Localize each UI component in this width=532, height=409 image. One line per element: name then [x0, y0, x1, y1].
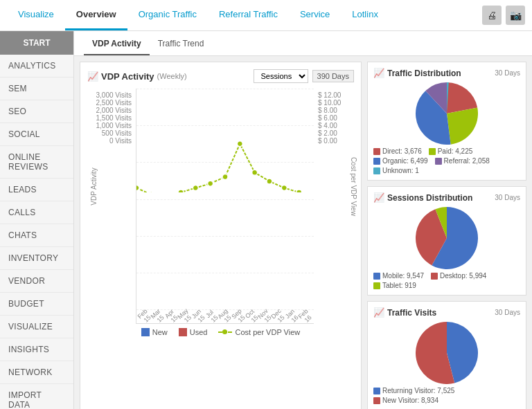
- legend-new-label: New: [152, 328, 168, 336]
- sidebar-item-vendor[interactable]: VENDOR: [0, 270, 73, 293]
- print-icon[interactable]: 🖨: [482, 6, 502, 25]
- top-nav-tab-referral-traffic[interactable]: Referral Traffic: [208, 0, 289, 30]
- sessions-select[interactable]: Sessions: [254, 69, 308, 83]
- pie-legend-item: Tablet: 919: [373, 282, 416, 289]
- right-panels: 📈 Traffic Distribution 30 Days Direct: 3…: [367, 62, 526, 409]
- sidebar-item-seo[interactable]: SEO: [0, 100, 73, 123]
- pie-dot: [429, 148, 436, 155]
- bars-area: Feb 15Mar 15Apr 15May 15Jun 15Jul 15Aug …: [136, 89, 314, 324]
- sidebar-item-online-reviews[interactable]: ONLINE REVIEWS: [0, 146, 73, 179]
- sub-tab-traffic-trend[interactable]: Traffic Trend: [150, 39, 213, 55]
- y-left-label-item: 3,000 Visits: [96, 91, 132, 99]
- traffic-visits-svg: [416, 322, 478, 384]
- sidebar-item-analytics[interactable]: ANALYTICS: [0, 55, 73, 78]
- y-left-label-item: 1,000 Visits: [96, 122, 132, 129]
- main-layout: START ANALYTICSSEMSEOSOCIALONLINE REVIEW…: [0, 31, 532, 409]
- bar-group: [233, 89, 244, 309]
- bar-group: [286, 89, 297, 309]
- legend-cost-label: Cost per VDP View: [235, 328, 300, 336]
- bar-group: [179, 89, 190, 309]
- pie-legend-label: Returning Visitor: 7,525: [382, 387, 454, 394]
- content-area: VDP ActivityTraffic Trend 📈 VDP Activity…: [74, 31, 532, 409]
- sidebar-item-insights[interactable]: INSIGHTS: [0, 338, 73, 361]
- legend-cost: Cost per VDP View: [218, 328, 300, 336]
- traffic-visits-legend: Returning Visitor: 7,525New Visitor: 8,9…: [373, 387, 520, 404]
- y-right-label-item: $ 8.00: [318, 107, 337, 114]
- traffic-dist-pie: [373, 82, 520, 145]
- y-left-label-item: 0 Visits: [109, 137, 132, 145]
- traffic-visits-title-text: Traffic Visits: [387, 308, 436, 318]
- legend-new: New: [141, 328, 168, 336]
- traffic-distribution-panel: 📈 Traffic Distribution 30 Days Direct: 3…: [367, 62, 526, 181]
- y-left-label-item: 1,500 Visits: [96, 114, 132, 122]
- sidebar-item-inventory[interactable]: INVENTORY: [0, 247, 73, 270]
- bar-group: [260, 89, 271, 309]
- pie-legend-item: Paid: 4,225: [429, 147, 473, 155]
- pie-dot: [373, 273, 380, 280]
- camera-icon[interactable]: 📷: [506, 6, 525, 25]
- sidebar-start[interactable]: START: [0, 31, 73, 55]
- pie-dot: [435, 158, 442, 165]
- x-labels: Feb 15Mar 15Apr 15May 15Jun 15Jul 15Aug …: [136, 309, 314, 323]
- sessions-dist-title: 📈 Sessions Distribution: [373, 192, 472, 203]
- pie-legend-item: Mobile: 9,547: [373, 272, 424, 280]
- sidebar-item-calls[interactable]: CALLS: [0, 201, 73, 224]
- sessions-dist-legend: Mobile: 9,547Desktop: 5,994Tablet: 919: [373, 272, 520, 289]
- pie-dot: [373, 158, 380, 165]
- sidebar-item-sem[interactable]: SEM: [0, 78, 73, 100]
- sidebar-item-chats[interactable]: CHATS: [0, 224, 73, 247]
- sessions-dist-title-text: Sessions Distribution: [387, 193, 472, 203]
- sidebar-item-budget[interactable]: BUDGET: [0, 293, 73, 316]
- chart-panel-header: 📈 VDP Activity (Weekly) Sessions 390 Day…: [87, 69, 354, 83]
- pie-legend-item: Referral: 2,058: [435, 157, 490, 165]
- pie-legend-item: Desktop: 5,994: [431, 272, 486, 280]
- pie-dot: [373, 397, 380, 404]
- app-container: VisualizeOverviewOrganic TrafficReferral…: [0, 0, 532, 409]
- traffic-dist-header: 📈 Traffic Distribution 30 Days: [373, 68, 520, 78]
- top-nav-tabs: VisualizeOverviewOrganic TrafficReferral…: [7, 0, 482, 30]
- top-nav-tab-lotlinx[interactable]: Lotlinx: [341, 0, 389, 30]
- sessions-dist-header: 📈 Sessions Distribution 30 Days: [373, 192, 520, 203]
- sub-tab-vdp-activity[interactable]: VDP Activity: [84, 39, 150, 55]
- top-nav-tab-organic-traffic[interactable]: Organic Traffic: [127, 0, 208, 30]
- y-left-label: VDP Activity: [90, 167, 98, 205]
- sidebar-item-visualize[interactable]: VISUALIZE: [0, 316, 73, 338]
- sidebar-item-leads[interactable]: LEADS: [0, 179, 73, 201]
- top-nav-tab-service[interactable]: Service: [289, 0, 341, 30]
- pie-dot: [431, 273, 438, 280]
- sessions-dist-panel: 📈 Sessions Distribution 30 Days Mobile: …: [367, 186, 526, 296]
- y-right-label-item: $ 0.00: [318, 137, 337, 145]
- top-nav: VisualizeOverviewOrganic TrafficReferral…: [0, 0, 532, 31]
- pie-legend-item: New Visitor: 8,934: [373, 397, 438, 404]
- sessions-dist-svg: [416, 207, 478, 269]
- bar-group: [152, 89, 163, 309]
- top-nav-icons: 🖨 📷: [482, 6, 525, 25]
- bar-chart-area: 3,000 Visits2,500 Visits2,000 Visits1,50…: [87, 89, 354, 324]
- vdp-chart-panel: 📈 VDP Activity (Weekly) Sessions 390 Day…: [80, 62, 362, 409]
- traffic-dist-title: 📈 Traffic Distribution: [373, 68, 461, 78]
- pie-legend-label: Referral: 2,058: [444, 157, 490, 165]
- used-color-box: [179, 328, 187, 336]
- sidebar-item-social[interactable]: SOCIAL: [0, 123, 73, 146]
- pie-legend-label: Tablet: 919: [382, 282, 416, 289]
- sidebar: START ANALYTICSSEMSEOSOCIALONLINE REVIEW…: [0, 31, 74, 409]
- sessions-dist-pie: [373, 207, 520, 269]
- legend-used: Used: [179, 328, 208, 336]
- pie-legend-item: Direct: 3,676: [373, 147, 422, 155]
- bar-group: [166, 89, 177, 309]
- new-color-box: [141, 328, 150, 336]
- chart-subtitle: (Weekly): [157, 72, 187, 80]
- legend-used-label: Used: [190, 328, 208, 336]
- y-axis-left: 3,000 Visits2,500 Visits2,000 Visits1,50…: [87, 89, 136, 158]
- pie-dot: [373, 148, 380, 155]
- pie-legend-item: Unknown: 1: [373, 167, 419, 174]
- sidebar-item-network[interactable]: NETWORK: [0, 361, 73, 384]
- pie-legend-label: Direct: 3,676: [382, 147, 422, 155]
- top-nav-tab-visualize[interactable]: Visualize: [7, 0, 65, 30]
- pie-dot: [373, 167, 380, 174]
- traffic-visits-title: 📈 Traffic Visits: [373, 307, 436, 318]
- traffic-visits-days: 30 Days: [495, 309, 520, 316]
- sidebar-item-import-data[interactable]: IMPORT DATA: [0, 384, 73, 409]
- top-nav-tab-overview[interactable]: Overview: [65, 0, 127, 30]
- pie-legend-item: Organic: 6,499: [373, 157, 428, 165]
